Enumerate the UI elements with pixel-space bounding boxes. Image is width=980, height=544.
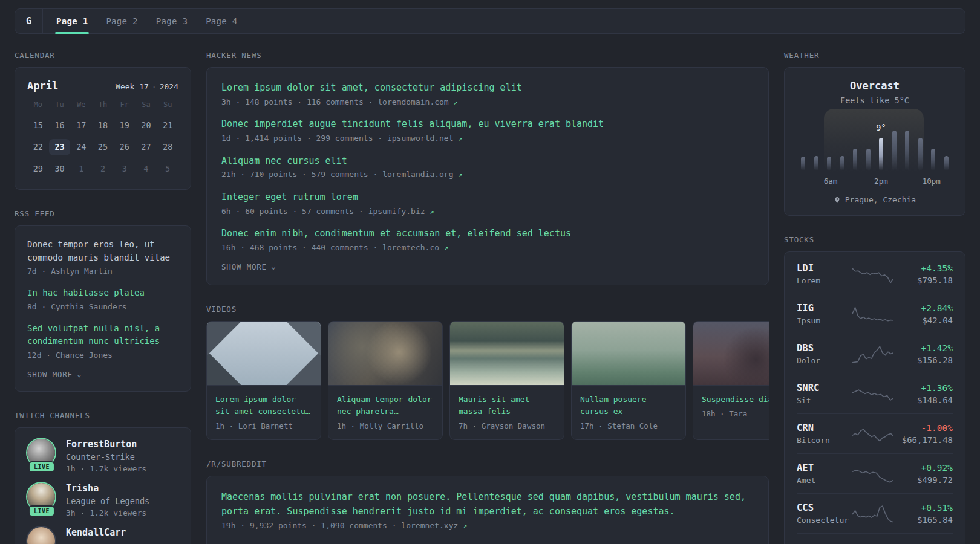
calendar-day[interactable]: 2 — [92, 161, 114, 177]
stock-ticker: IIG — [797, 303, 852, 314]
avatar-image — [27, 527, 55, 544]
stock-row[interactable]: DBSDolor+1.42%$156.28 — [797, 334, 953, 374]
calendar-day-selected[interactable]: 23 — [49, 139, 71, 155]
stock-ticker: CRN — [797, 423, 852, 433]
calendar-day[interactable]: 17 — [70, 117, 92, 134]
hn-show-more-button[interactable]: SHOW MORE ⌄ — [221, 262, 276, 271]
stock-id: SNRCSit — [797, 383, 852, 405]
stock-row[interactable]: AHS+0.46% — [797, 533, 953, 544]
rss-widget: RSS FEED Donec tempor eros leo, ut commo… — [15, 209, 191, 392]
video-meta: 7h · Grayson Dawson — [459, 421, 555, 430]
stock-row[interactable]: LDILorem+4.35%$795.18 — [797, 254, 953, 294]
story-domain-link[interactable]: loremtech.co — [382, 243, 439, 252]
calendar-section-label: CALENDAR — [15, 51, 191, 60]
video-title[interactable]: Aliquam tempor dolor nec pharetra… — [337, 393, 434, 418]
calendar-weekday: We — [70, 100, 92, 109]
video-card[interactable]: Mauris sit amet massa felis7h · Grayson … — [449, 321, 564, 440]
video-thumbnail[interactable] — [450, 322, 564, 386]
hn-story-title[interactable]: Donec enim nibh, condimentum et accumsan… — [221, 227, 754, 241]
stock-sparkline — [852, 503, 893, 525]
stock-row[interactable]: CRNBitcorn-1.00%$66,171.48 — [797, 413, 953, 453]
stock-sparkline — [852, 264, 893, 285]
video-thumbnail[interactable] — [693, 322, 769, 386]
tab-page-4[interactable]: Page 4 — [204, 9, 238, 33]
calendar-day[interactable]: 19 — [114, 117, 136, 134]
calendar-day[interactable]: 3 — [114, 161, 136, 177]
story-domain-link[interactable]: loremlandia.org — [382, 170, 453, 179]
weather-bar — [840, 156, 844, 170]
calendar-day[interactable]: 26 — [114, 139, 136, 155]
hn-story-title[interactable]: Donec imperdiet augue tincidunt felis al… — [221, 117, 754, 131]
hn-story-title[interactable]: Aliquam nec cursus elit — [221, 154, 754, 168]
calendar-weekday-row: MoTuWeThFrSaSu — [27, 100, 178, 109]
stock-sparkline — [852, 423, 893, 445]
calendar-day[interactable]: 22 — [27, 139, 49, 155]
video-title[interactable]: Mauris sit amet massa felis — [459, 393, 555, 418]
story-domain-link[interactable]: ipsumify.biz — [368, 207, 425, 216]
stocks-section-label: STOCKS — [784, 235, 965, 244]
twitch-channel-meta: 3h · 1.2k viewers — [66, 508, 149, 517]
twitch-channel-row[interactable]: KendallCarr — [27, 527, 178, 544]
rss-item: In hac habitasse platea8d · Cynthia Saun… — [27, 287, 178, 313]
calendar-day[interactable]: 30 — [49, 161, 71, 177]
twitch-avatar: LIVE — [27, 483, 56, 517]
calendar-day[interactable]: 25 — [92, 139, 114, 155]
calendar-day[interactable]: 18 — [92, 117, 114, 134]
stock-price: $795.18 — [893, 276, 953, 285]
stock-id: AETAmet — [797, 462, 852, 485]
calendar-day[interactable]: 16 — [49, 117, 71, 134]
calendar-day[interactable]: 29 — [27, 161, 49, 177]
video-card[interactable]: Lorem ipsum dolor sit amet consectetu…1h… — [206, 321, 321, 440]
video-card[interactable]: Nullam posuere cursus ex17h · Stefan Col… — [571, 321, 686, 440]
video-title[interactable]: Lorem ipsum dolor sit amet consectetu… — [215, 393, 312, 418]
story-domain-link[interactable]: ipsumworld.net — [387, 134, 454, 143]
twitch-channel-row[interactable]: LIVEForrestBurtonCounter-Strike1h · 1.7k… — [27, 439, 178, 473]
video-card[interactable]: Aliquam tempor dolor nec pharetra…1h · M… — [328, 321, 443, 440]
story-domain-link[interactable]: loremdomain.com — [377, 97, 448, 106]
video-title[interactable]: Suspendisse diam — [702, 393, 769, 406]
tab-page-2[interactable]: Page 2 — [105, 9, 139, 33]
story-domain-link[interactable]: loremnet.xyz — [401, 521, 458, 530]
stocks-card: LDILorem+4.35%$795.18IIGIpsum+2.84%$42.0… — [784, 251, 965, 544]
stock-sparkline — [852, 463, 893, 485]
hn-story-title[interactable]: Integer eget rutrum lorem — [221, 190, 754, 204]
video-thumbnail[interactable] — [207, 322, 321, 386]
hn-story-title[interactable]: Lorem ipsum dolor sit amet, consectetur … — [221, 81, 754, 95]
hn-section-label: HACKER NEWS — [206, 51, 769, 60]
weather-feels-like: Feels like 5°C — [797, 96, 953, 105]
app-logo[interactable]: G — [15, 9, 43, 33]
rss-item-title[interactable]: Donec tempor eros leo, ut commodo mauris… — [27, 238, 178, 264]
twitch-channel-row[interactable]: LIVETrishaLeague of Legends3h · 1.2k vie… — [27, 483, 178, 517]
calendar-day[interactable]: 27 — [136, 139, 157, 155]
calendar-day[interactable]: 21 — [157, 117, 178, 134]
rss-show-more-button[interactable]: SHOW MORE ⌄ — [27, 370, 82, 379]
calendar-day[interactable]: 1 — [70, 161, 92, 177]
calendar-day[interactable]: 5 — [157, 161, 178, 177]
reddit-post-title[interactable]: Maecenas mollis pulvinar erat non posuer… — [221, 490, 754, 519]
stock-row[interactable]: CCSConsectetur+0.51%$165.84 — [797, 493, 953, 533]
video-title[interactable]: Nullam posuere cursus ex — [580, 393, 677, 418]
video-thumbnail[interactable] — [328, 322, 442, 386]
stock-row[interactable]: AETAmet+0.92%$499.72 — [797, 453, 953, 493]
weather-now-temp: 9° — [876, 123, 886, 132]
calendar-day[interactable]: 4 — [136, 161, 157, 177]
reddit-post: Maecenas mollis pulvinar erat non posuer… — [221, 490, 754, 532]
calendar-day[interactable]: 15 — [27, 117, 49, 134]
calendar-day[interactable]: 28 — [157, 139, 178, 155]
weather-bars — [799, 131, 950, 170]
stock-row[interactable]: SNRCSit+1.36%$148.64 — [797, 374, 953, 413]
video-thumbnail[interactable] — [572, 322, 685, 386]
stock-row[interactable]: IIGIpsum+2.84%$42.04 — [797, 294, 953, 334]
calendar-day[interactable]: 24 — [70, 139, 92, 155]
video-card[interactable]: Suspendisse diam18h · Tara — [693, 321, 769, 440]
video-meta: 18h · Tara — [702, 409, 769, 418]
stock-values: +0.51%$165.84 — [893, 503, 953, 525]
calendar-day[interactable]: 20 — [136, 117, 157, 134]
middle-column: HACKER NEWS Lorem ipsum dolor sit amet, … — [206, 51, 769, 544]
rss-item-title[interactable]: Sed volutpat nulla nisl, a condimentum n… — [27, 322, 178, 348]
weather-bar — [827, 157, 831, 170]
tab-page-1[interactable]: Page 1 — [55, 9, 89, 33]
rss-item-title[interactable]: In hac habitasse platea — [27, 287, 178, 300]
weather-bar — [879, 138, 883, 170]
tab-page-3[interactable]: Page 3 — [155, 9, 189, 33]
